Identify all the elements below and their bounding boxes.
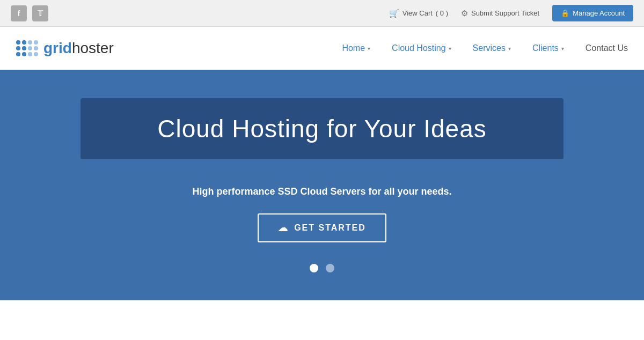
nav-home-label: Home [342, 43, 365, 53]
support-icon: ⚙ [461, 9, 468, 18]
hero-subtitle: High performance SSD Cloud Servers for a… [192, 186, 451, 197]
logo-dot-11 [28, 52, 32, 56]
nav-contact-us-label: Contact Us [586, 43, 628, 53]
logo-grid-icon [16, 40, 38, 56]
top-bar: f 𝕋 🛒 View Cart ( 0 ) ⚙ Submit Support T… [0, 0, 644, 27]
facebook-icon[interactable]: f [11, 5, 27, 21]
twitter-icon[interactable]: 𝕋 [32, 5, 48, 21]
submit-ticket-label: Submit Support Ticket [471, 9, 539, 17]
nav-clients[interactable]: Clients ▾ [532, 43, 564, 53]
cloud-hosting-dropdown-icon: ▾ [449, 46, 451, 51]
view-cart-link[interactable]: 🛒 View Cart ( 0 ) [389, 9, 448, 18]
nav-home[interactable]: Home ▾ [342, 43, 370, 53]
carousel-dot-2[interactable] [326, 264, 334, 272]
logo-dot-1 [16, 40, 20, 45]
logo[interactable]: gridhoster [16, 40, 114, 57]
below-hero [0, 300, 644, 340]
logo-dot-8 [34, 46, 38, 50]
manage-account-label: Manage Account [573, 9, 625, 17]
nav-cloud-hosting[interactable]: Cloud Hosting ▾ [392, 43, 451, 53]
logo-dot-5 [16, 46, 20, 50]
logo-text: gridhoster [43, 40, 114, 57]
hero-title-box: Cloud Hosting for Your Ideas [80, 98, 564, 159]
top-bar-actions: 🛒 View Cart ( 0 ) ⚙ Submit Support Ticke… [389, 5, 633, 21]
logo-dot-9 [16, 52, 20, 56]
nav-clients-label: Clients [532, 43, 559, 53]
get-started-button[interactable]: ☁ GET STARTED [258, 213, 386, 242]
logo-dot-7 [28, 46, 32, 50]
nav-cloud-hosting-label: Cloud Hosting [392, 43, 446, 53]
nav-links: Home ▾ Cloud Hosting ▾ Services ▾ Client… [342, 43, 628, 53]
logo-dot-3 [28, 40, 32, 45]
nav-services-label: Services [473, 43, 506, 53]
clients-dropdown-icon: ▾ [561, 46, 564, 51]
nav-services[interactable]: Services ▾ [473, 43, 511, 53]
social-links: f 𝕋 [11, 5, 48, 21]
logo-dot-4 [34, 40, 38, 45]
lock-icon: 🔒 [561, 9, 569, 17]
nav-bar: gridhoster Home ▾ Cloud Hosting ▾ Servic… [0, 27, 644, 70]
logo-light-text: hoster [72, 40, 114, 56]
hero-title: Cloud Hosting for Your Ideas [113, 114, 531, 143]
carousel-dots [310, 264, 334, 272]
submit-ticket-link[interactable]: ⚙ Submit Support Ticket [461, 9, 539, 18]
view-cart-label: View Cart [402, 9, 433, 17]
nav-contact-us[interactable]: Contact Us [586, 43, 628, 53]
hero-section: Cloud Hosting for Your Ideas High perfor… [0, 70, 644, 300]
home-dropdown-icon: ▾ [368, 46, 370, 51]
logo-dot-6 [22, 46, 26, 50]
cart-count: ( 0 ) [436, 9, 448, 17]
services-dropdown-icon: ▾ [508, 46, 511, 51]
logo-bold: grid [43, 40, 72, 56]
carousel-dot-1[interactable] [310, 264, 318, 272]
get-started-label: GET STARTED [294, 223, 366, 233]
logo-dot-2 [22, 40, 26, 45]
cart-icon: 🛒 [389, 9, 399, 18]
logo-dot-10 [22, 52, 26, 56]
cloud-icon: ☁ [278, 222, 289, 234]
logo-dot-12 [34, 52, 38, 56]
manage-account-button[interactable]: 🔒 Manage Account [552, 5, 633, 21]
